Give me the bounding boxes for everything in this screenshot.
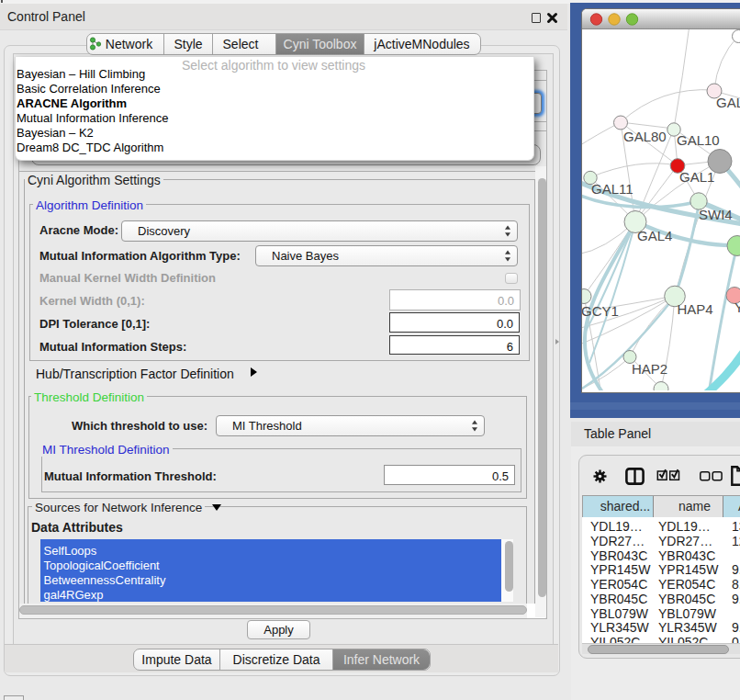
svg-text:GAL11: GAL11 (591, 181, 633, 197)
svg-text:GAL4: GAL4 (637, 228, 672, 243)
svg-text:SWI4: SWI4 (699, 207, 733, 222)
svg-text:GAL: GAL (716, 95, 740, 110)
svg-text:GAL80: GAL80 (623, 129, 667, 144)
svg-text:HAP4: HAP4 (678, 301, 713, 317)
svg-text:GCY1: GCY1 (582, 303, 619, 319)
svg-text:GAL1: GAL1 (679, 169, 714, 185)
svg-text:Y: Y (734, 299, 740, 315)
svg-text:HAP2: HAP2 (632, 361, 667, 377)
svg-text:GAL10: GAL10 (677, 132, 720, 148)
